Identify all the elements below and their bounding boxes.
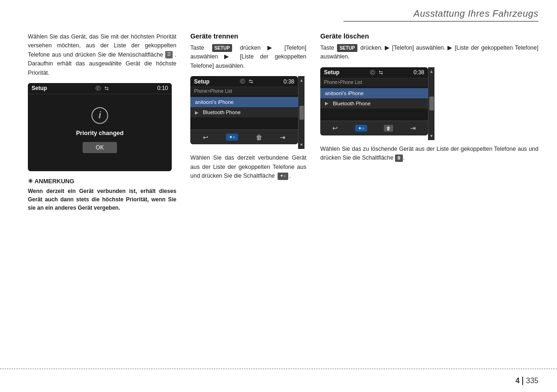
mid-phone-screen: Setup ⓒ ⇆ 0:38 Phone>Phone List anitooni… <box>190 76 298 144</box>
right-body-text: Taste SETUP drücken. ▶ [Telefon] auswähl… <box>320 44 538 62</box>
page-num: 335 <box>526 377 538 385</box>
priority-screen: Setup ⓒ ⇆ 0:10 i Priority changed OK <box>28 83 172 171</box>
signal-icon-mid: ⇆ <box>249 78 253 84</box>
priority-screen-body: i Priority changed OK <box>28 94 172 166</box>
right-screen-time: 0:38 <box>414 69 424 76</box>
mid-caption: Wählen Sie das derzeit verbundene Gerät … <box>190 154 306 180</box>
header-title: Ausstattung Ihres Fahrzeugs <box>414 8 538 19</box>
screen-icons: ⓒ ⇆ <box>96 85 109 92</box>
play-icon: ▶ <box>195 110 199 115</box>
page-footer: 4 335 <box>0 369 557 392</box>
list-item[interactable]: ▶ Bluetooth Phone <box>190 107 298 117</box>
list-item[interactable]: anitooni's iPhone <box>190 97 298 107</box>
mid-screen-title: Setup <box>194 78 209 85</box>
menu-icon: ☰ <box>165 51 175 58</box>
right-screen-title: Setup <box>324 69 339 76</box>
setup-badge-mid: SETUP <box>212 44 232 52</box>
priority-text: Priority changed <box>76 129 124 136</box>
bluetooth-icon-right: ⓒ <box>370 69 375 76</box>
screen-title: Setup <box>32 85 47 91</box>
left-body-text: Wählen Sie das Gerät, das Sie mit der hö… <box>28 32 176 77</box>
right-caption: Wählen Sie das zu löschende Gerät aus de… <box>320 145 538 163</box>
bt-icon-caption: ✦○ <box>278 173 288 180</box>
right-screen-container: Setup ⓒ ⇆ 0:38 Phone>Phone List anitooni… <box>320 67 538 140</box>
back-button-right[interactable]: ↩ <box>332 124 338 132</box>
bluetooth-icon-mid: ⓒ <box>240 78 245 85</box>
bluetooth-icon: ⓒ <box>96 85 101 92</box>
mid-body-text: Taste SETUP drücken ▶ [Telefon] auswähle… <box>190 44 306 71</box>
screen-header: Setup ⓒ ⇆ 0:10 <box>28 83 172 94</box>
anmerkung-text: Wenn derzeit ein Gerät verbunden ist, er… <box>28 187 176 212</box>
scroll-down-arrow-right: ▼ <box>429 134 434 138</box>
mid-screen-time: 0:38 <box>284 78 294 85</box>
list-item[interactable]: anitooni's iPhone <box>320 88 428 98</box>
right-column: Geräte löschen Taste SETUP drücken. ▶ [T… <box>316 32 538 364</box>
page-header: Ausstattung Ihres Fahrzeugs <box>343 8 538 22</box>
list-item[interactable]: ▶ Bluetooth Phone <box>320 98 428 109</box>
anmerkung-title: ✳ ANMERKUNG <box>28 178 176 185</box>
trash-button[interactable]: 🗑 <box>256 134 262 141</box>
mid-breadcrumb: Phone>Phone List <box>190 87 298 95</box>
right-screen-header: Setup ⓒ ⇆ 0:38 <box>320 67 428 78</box>
scroll-up-arrow-right: ▲ <box>429 69 434 74</box>
scroll-thumb-right[interactable] <box>429 96 434 110</box>
mid-phone-list: anitooni's iPhone ▶ Bluetooth Phone <box>190 95 298 129</box>
mid-screen-footer: ↩ ✦○ 🗑 ⇥ <box>190 129 298 144</box>
back-button[interactable]: ↩ <box>203 134 208 141</box>
transfer-button[interactable]: ⇥ <box>280 134 285 141</box>
bluetooth-button[interactable]: ✦○ <box>226 134 238 141</box>
bluetooth-button-right[interactable]: ✦○ <box>355 125 367 132</box>
right-phone-screen: Setup ⓒ ⇆ 0:38 Phone>Phone List anitooni… <box>320 67 428 135</box>
trash-icon-caption: 🗑 <box>395 154 403 162</box>
right-breadcrumb: Phone>Phone List <box>320 78 428 86</box>
ok-button[interactable]: OK <box>83 142 117 153</box>
scroll-bar: ▲ ▼ <box>298 76 304 149</box>
scroll-bar-right: ▲ ▼ <box>428 67 434 140</box>
scroll-thumb[interactable] <box>299 106 304 120</box>
screen-time: 0:10 <box>157 85 168 91</box>
page-section: 4 <box>515 377 523 385</box>
main-content: Wählen Sie das Gerät, das Sie mit der hö… <box>28 32 538 364</box>
anmerkung-section: ✳ ANMERKUNG Wenn derzeit ein Gerät verbu… <box>28 178 176 212</box>
right-screen-icons: ⓒ ⇆ <box>370 69 383 76</box>
signal-icon-right: ⇆ <box>379 70 383 76</box>
scroll-down-arrow: ▼ <box>299 142 304 147</box>
mid-section-title: Geräte trennen <box>190 32 306 40</box>
play-icon: ▶ <box>325 101 329 106</box>
transfer-button-right[interactable]: ⇥ <box>410 124 416 132</box>
scroll-up-arrow: ▲ <box>299 78 304 83</box>
trash-button-right[interactable]: 🗑 <box>384 125 393 132</box>
setup-badge-right: SETUP <box>337 44 357 52</box>
right-section-title: Geräte löschen <box>320 32 538 40</box>
info-icon: i <box>91 107 108 124</box>
page-number: 4 335 <box>515 377 538 385</box>
mid-screen-container: Setup ⓒ ⇆ 0:38 Phone>Phone List anitooni… <box>190 76 306 149</box>
right-phone-list: anitooni's iPhone ▶ Bluetooth Phone <box>320 86 428 121</box>
left-column: Wählen Sie das Gerät, das Sie mit der hö… <box>28 32 186 364</box>
signal-icon: ⇆ <box>104 85 109 91</box>
mid-screen-header: Setup ⓒ ⇆ 0:38 <box>190 76 298 87</box>
right-screen-footer: ↩ ✦○ 🗑 ⇥ <box>320 121 428 135</box>
mid-screen-icons: ⓒ ⇆ <box>240 78 253 85</box>
mid-column: Geräte trennen Taste SETUP drücken ▶ [Te… <box>186 32 316 364</box>
